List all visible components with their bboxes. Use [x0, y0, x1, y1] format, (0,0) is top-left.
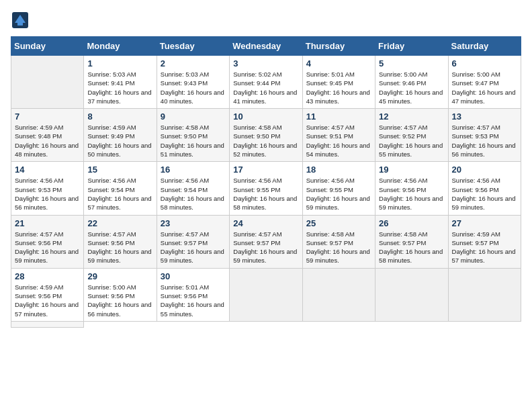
day-number: 20	[452, 165, 517, 175]
day-number: 16	[161, 165, 226, 175]
day-info: Sunrise: 4:57 AM Sunset: 9:57 PM Dayligh…	[233, 230, 298, 265]
day-number: 28	[15, 271, 80, 281]
page-header	[11, 11, 521, 30]
day-number: 29	[87, 271, 152, 281]
table-row: 22 Sunrise: 4:57 AM Sunset: 9:56 PM Dayl…	[84, 215, 157, 268]
table-row: 21 Sunrise: 4:57 AM Sunset: 9:56 PM Dayl…	[11, 215, 84, 268]
logo-icon	[11, 11, 30, 30]
table-row: 12 Sunrise: 4:57 AM Sunset: 9:52 PM Dayl…	[375, 109, 448, 162]
weekday-header-wednesday: Wednesday	[230, 37, 302, 56]
day-info: Sunrise: 4:59 AM Sunset: 9:56 PM Dayligh…	[15, 283, 80, 318]
logo	[11, 11, 32, 30]
weekday-header-monday: Monday	[84, 37, 157, 56]
svg-rect-2	[17, 21, 23, 26]
table-row: 14 Sunrise: 4:56 AM Sunset: 9:53 PM Dayl…	[11, 162, 84, 215]
table-row: 28 Sunrise: 4:59 AM Sunset: 9:56 PM Dayl…	[11, 268, 84, 321]
day-number: 17	[233, 165, 298, 175]
day-info: Sunrise: 4:58 AM Sunset: 9:57 PM Dayligh…	[306, 230, 371, 265]
table-row: 23 Sunrise: 4:57 AM Sunset: 9:57 PM Dayl…	[157, 215, 229, 268]
table-row: 9 Sunrise: 4:58 AM Sunset: 9:50 PM Dayli…	[157, 109, 229, 162]
day-number: 24	[233, 218, 298, 228]
day-info: Sunrise: 4:56 AM Sunset: 9:55 PM Dayligh…	[306, 176, 371, 212]
day-number: 8	[87, 111, 152, 122]
day-number: 7	[15, 111, 80, 122]
day-info: Sunrise: 4:57 AM Sunset: 9:56 PM Dayligh…	[15, 230, 80, 265]
day-info: Sunrise: 4:58 AM Sunset: 9:50 PM Dayligh…	[233, 123, 298, 158]
table-row: 8 Sunrise: 4:59 AM Sunset: 9:49 PM Dayli…	[84, 109, 157, 162]
day-number: 14	[15, 165, 80, 175]
day-number: 1	[87, 58, 152, 68]
day-number: 23	[161, 218, 226, 228]
table-row	[11, 56, 84, 109]
table-row: 29 Sunrise: 5:00 AM Sunset: 9:56 PM Dayl…	[84, 268, 157, 321]
table-row	[302, 268, 375, 321]
table-row: 11 Sunrise: 4:57 AM Sunset: 9:51 PM Dayl…	[302, 109, 375, 162]
table-row: 7 Sunrise: 4:59 AM Sunset: 9:48 PM Dayli…	[11, 109, 84, 162]
day-info: Sunrise: 4:59 AM Sunset: 9:57 PM Dayligh…	[452, 230, 517, 265]
day-info: Sunrise: 4:57 AM Sunset: 9:53 PM Dayligh…	[452, 123, 517, 158]
day-number: 13	[452, 111, 517, 122]
table-row: 15 Sunrise: 4:56 AM Sunset: 9:54 PM Dayl…	[84, 162, 157, 215]
day-info: Sunrise: 5:00 AM Sunset: 9:47 PM Dayligh…	[452, 70, 517, 105]
table-row: 19 Sunrise: 4:56 AM Sunset: 9:56 PM Dayl…	[375, 162, 448, 215]
day-info: Sunrise: 5:03 AM Sunset: 9:41 PM Dayligh…	[87, 70, 152, 105]
weekday-header-saturday: Saturday	[448, 37, 521, 56]
table-row: 1 Sunrise: 5:03 AM Sunset: 9:41 PM Dayli…	[84, 56, 157, 109]
table-row: 30 Sunrise: 5:01 AM Sunset: 9:56 PM Dayl…	[157, 268, 229, 321]
day-info: Sunrise: 4:56 AM Sunset: 9:56 PM Dayligh…	[452, 176, 517, 212]
day-number: 19	[379, 165, 444, 175]
day-info: Sunrise: 5:03 AM Sunset: 9:43 PM Dayligh…	[161, 70, 226, 105]
day-info: Sunrise: 5:00 AM Sunset: 9:56 PM Dayligh…	[87, 283, 152, 318]
day-number: 18	[306, 165, 371, 175]
day-number: 4	[306, 58, 371, 68]
table-row: 17 Sunrise: 4:56 AM Sunset: 9:55 PM Dayl…	[230, 162, 302, 215]
table-row: 16 Sunrise: 4:56 AM Sunset: 9:54 PM Dayl…	[157, 162, 229, 215]
day-info: Sunrise: 4:57 AM Sunset: 9:57 PM Dayligh…	[161, 230, 226, 265]
table-row: 13 Sunrise: 4:57 AM Sunset: 9:53 PM Dayl…	[448, 109, 521, 162]
day-info: Sunrise: 5:01 AM Sunset: 9:56 PM Dayligh…	[161, 283, 226, 318]
day-info: Sunrise: 5:01 AM Sunset: 9:45 PM Dayligh…	[306, 70, 371, 105]
day-number: 25	[306, 218, 371, 228]
day-info: Sunrise: 4:56 AM Sunset: 9:54 PM Dayligh…	[87, 176, 152, 212]
table-row: 5 Sunrise: 5:00 AM Sunset: 9:46 PM Dayli…	[375, 56, 448, 109]
weekday-header-friday: Friday	[375, 37, 448, 56]
day-info: Sunrise: 4:59 AM Sunset: 9:49 PM Dayligh…	[87, 123, 152, 158]
day-number: 9	[161, 111, 226, 122]
weekday-header-sunday: Sunday	[11, 37, 84, 56]
table-row: 18 Sunrise: 4:56 AM Sunset: 9:55 PM Dayl…	[302, 162, 375, 215]
calendar-table: SundayMondayTuesdayWednesdayThursdayFrid…	[11, 36, 521, 328]
day-number: 30	[161, 271, 226, 281]
table-row: 27 Sunrise: 4:59 AM Sunset: 9:57 PM Dayl…	[448, 215, 521, 268]
table-row	[230, 268, 302, 321]
table-row: 25 Sunrise: 4:58 AM Sunset: 9:57 PM Dayl…	[302, 215, 375, 268]
table-row: 4 Sunrise: 5:01 AM Sunset: 9:45 PM Dayli…	[302, 56, 375, 109]
weekday-header-thursday: Thursday	[302, 37, 375, 56]
day-info: Sunrise: 4:59 AM Sunset: 9:48 PM Dayligh…	[15, 123, 80, 158]
day-number: 2	[161, 58, 226, 68]
table-row: 3 Sunrise: 5:02 AM Sunset: 9:44 PM Dayli…	[230, 56, 302, 109]
day-number: 10	[233, 111, 298, 122]
day-info: Sunrise: 5:00 AM Sunset: 9:46 PM Dayligh…	[379, 70, 444, 105]
day-number: 27	[452, 218, 517, 228]
day-info: Sunrise: 4:57 AM Sunset: 9:51 PM Dayligh…	[306, 123, 371, 158]
table-row: 2 Sunrise: 5:03 AM Sunset: 9:43 PM Dayli…	[157, 56, 229, 109]
day-number: 6	[452, 58, 517, 68]
day-info: Sunrise: 4:56 AM Sunset: 9:54 PM Dayligh…	[161, 176, 226, 212]
table-row: 24 Sunrise: 4:57 AM Sunset: 9:57 PM Dayl…	[230, 215, 302, 268]
table-row: 10 Sunrise: 4:58 AM Sunset: 9:50 PM Dayl…	[230, 109, 302, 162]
day-info: Sunrise: 4:56 AM Sunset: 9:55 PM Dayligh…	[233, 176, 298, 212]
day-info: Sunrise: 5:02 AM Sunset: 9:44 PM Dayligh…	[233, 70, 298, 105]
day-number: 3	[233, 58, 298, 68]
day-info: Sunrise: 4:58 AM Sunset: 9:57 PM Dayligh…	[379, 230, 444, 265]
day-info: Sunrise: 4:56 AM Sunset: 9:53 PM Dayligh…	[15, 176, 80, 212]
day-number: 15	[87, 165, 152, 175]
weekday-header-tuesday: Tuesday	[157, 37, 229, 56]
day-number: 5	[379, 58, 444, 68]
day-info: Sunrise: 4:58 AM Sunset: 9:50 PM Dayligh…	[161, 123, 226, 158]
day-number: 26	[379, 218, 444, 228]
day-number: 12	[379, 111, 444, 122]
table-row: 26 Sunrise: 4:58 AM Sunset: 9:57 PM Dayl…	[375, 215, 448, 268]
table-row	[448, 268, 521, 321]
table-row: 6 Sunrise: 5:00 AM Sunset: 9:47 PM Dayli…	[448, 56, 521, 109]
day-number: 11	[306, 111, 371, 122]
